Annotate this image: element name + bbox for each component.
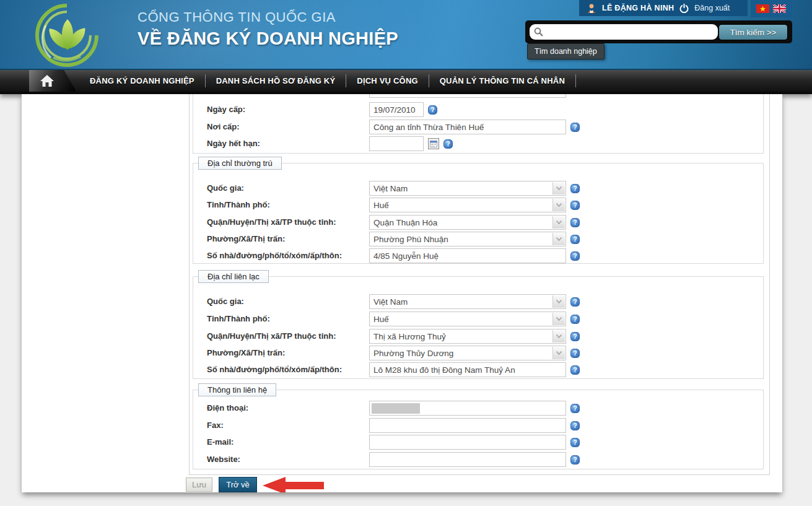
annotation-arrow-icon — [261, 476, 326, 492]
nav-item-quan-ly-thong-tin[interactable]: QUẢN LÝ THÔNG TIN CÁ NHÂN — [429, 76, 575, 85]
help-icon[interactable]: ? — [443, 139, 453, 149]
calendar-icon[interactable] — [428, 138, 439, 149]
form-row: Tỉnh/Thành phố: Huế ? — [193, 198, 763, 212]
website-input[interactable] — [369, 452, 566, 467]
help-icon[interactable]: ? — [570, 349, 580, 358]
site-title-line1: CỔNG THÔNG TIN QUỐC GIA — [138, 9, 398, 25]
form-row: Quốc gia: Việt Nam ? — [193, 294, 763, 309]
select-value: Việt Nam — [373, 297, 408, 307]
form-row: Số nhà/đường/phố/tổ/xóm/ấp/thôn: 4/85 Ng… — [193, 248, 763, 263]
fieldset-legend: Thông tin liên hệ — [198, 383, 276, 396]
fieldset-legend: Địa chỉ liên lạc — [198, 270, 269, 283]
ngay-het-han-input[interactable] — [369, 136, 424, 151]
chevron-down-icon — [552, 330, 565, 342]
quoc-gia-select[interactable]: Việt Nam — [369, 181, 566, 196]
quan-huyen-select[interactable]: Quận Thuận Hóa — [369, 215, 566, 230]
fieldset-legend: Địa chỉ thường trú — [198, 157, 282, 170]
field-label: Quận/Huyện/Thị xã/TP thuộc tỉnh: — [207, 331, 336, 341]
ngay-cap-input[interactable]: 19/07/2010 — [369, 102, 424, 117]
help-icon[interactable]: ? — [570, 235, 580, 244]
chevron-down-icon — [552, 295, 565, 308]
help-icon[interactable]: ? — [570, 297, 580, 307]
help-icon[interactable]: ? — [570, 421, 580, 430]
chevron-down-icon — [552, 313, 565, 325]
chevron-down-icon — [552, 347, 565, 359]
form-row: Số nhà/đường/phố/tổ/xóm/ấp/thôn: Lô M28 … — [193, 362, 763, 377]
select-value: Huế — [373, 315, 389, 324]
form-row: Phường/Xã/Thị trấn: Phường Phú Nhuận ? — [193, 232, 763, 246]
help-icon[interactable]: ? — [570, 251, 580, 261]
form-row: Nơi cấp: Công an tỉnh Thừa Thiên Huế ? — [193, 120, 763, 134]
field-label: Tỉnh/Thành phố: — [207, 314, 270, 323]
search-input[interactable] — [530, 24, 718, 40]
search-bar: Tìm kiếm >> — [525, 20, 792, 43]
fax-input[interactable] — [369, 418, 566, 433]
user-name[interactable]: LÊ ĐẶNG HÀ NINH — [602, 4, 674, 12]
form-row: E-mail: ? — [193, 435, 763, 450]
help-icon[interactable]: ? — [570, 123, 580, 132]
form-row: Điện thoại: ? — [193, 401, 763, 416]
uk-flag-icon[interactable] — [773, 4, 786, 13]
redaction-block — [372, 403, 420, 414]
back-button[interactable]: Trở về — [219, 477, 257, 492]
site-title-line2: VỀ ĐĂNG KÝ DOANH NGHIỆP — [138, 28, 398, 49]
nav-separator — [575, 74, 576, 87]
email-input[interactable] — [369, 435, 566, 450]
help-icon[interactable]: ? — [570, 404, 580, 413]
logout-link[interactable]: Đăng xuất — [694, 4, 730, 12]
home-icon — [40, 74, 55, 87]
nav-item-danh-sach-ho-so[interactable]: DANH SÁCH HỒ SƠ ĐĂNG KÝ — [206, 76, 346, 85]
field-label: Website: — [207, 455, 240, 464]
field-label: Quận/Huyện/Thị xã/TP thuộc tỉnh: — [207, 217, 336, 227]
noi-cap-input[interactable]: Công an tỉnh Thừa Thiên Huế — [369, 120, 566, 134]
chevron-down-icon — [552, 199, 565, 211]
field-label: Điện thoại: — [207, 403, 248, 412]
quan-huyen-select[interactable]: Thị xã Hương Thuỷ — [369, 329, 566, 344]
search-tooltip: Tìm doanh nghiệp — [527, 43, 605, 59]
site-title: CỔNG THÔNG TIN QUỐC GIA VỀ ĐĂNG KÝ DOANH… — [138, 9, 398, 49]
select-value: Quận Thuận Hóa — [373, 218, 437, 227]
phuong-xa-select[interactable]: Phường Phú Nhuận — [369, 232, 566, 246]
help-icon[interactable]: ? — [570, 218, 580, 227]
dien-thoai-input[interactable] — [369, 401, 566, 416]
field-label: Quốc gia: — [207, 297, 244, 306]
tinh-thanh-pho-select[interactable]: Huế — [369, 198, 566, 212]
help-icon[interactable]: ? — [570, 184, 580, 193]
help-icon[interactable]: ? — [570, 201, 580, 210]
form-row: Phường/Xã/Thị trấn: Phường Thủy Dương ? — [193, 346, 763, 360]
help-icon[interactable]: ? — [428, 105, 437, 115]
field-label: Tỉnh/Thành phố: — [207, 200, 270, 209]
field-label: Số nhà/đường/phố/tổ/xóm/ấp/thôn: — [207, 365, 342, 374]
help-icon[interactable]: ? — [570, 365, 580, 375]
field-label: Ngày hết hạn: — [207, 139, 260, 148]
nav-item-dang-ky-doanh-nghiep[interactable]: ĐĂNG KÝ DOANH NGHIỆP — [79, 76, 205, 85]
language-switcher — [751, 0, 792, 17]
form-row: Quận/Huyện/Thị xã/TP thuộc tỉnh: Quận Th… — [193, 215, 763, 230]
form-row: Ngày hết hạn: — [193, 136, 763, 151]
nav-item-dich-vu-cong[interactable]: DỊCH VỤ CÔNG — [346, 76, 428, 85]
nav-items: ĐĂNG KÝ DOANH NGHIỆP DANH SÁCH HỒ SƠ ĐĂN… — [79, 70, 576, 92]
tinh-thanh-pho-select[interactable]: Huế — [369, 312, 566, 326]
form-row: Quận/Huyện/Thị xã/TP thuộc tỉnh: Thị xã … — [193, 329, 763, 344]
truncated-input[interactable] — [369, 94, 566, 98]
user-bar: LÊ ĐẶNG HÀ NINH Đăng xuất — [579, 0, 748, 16]
form-row: Ngày cấp: 19/07/2010 ? — [193, 102, 763, 117]
help-icon[interactable]: ? — [570, 455, 580, 465]
quoc-gia-select[interactable]: Việt Nam — [369, 294, 566, 309]
field-label: E-mail: — [207, 437, 234, 447]
help-icon[interactable]: ? — [570, 332, 580, 341]
nav-home-tab[interactable] — [29, 70, 76, 92]
so-nha-input[interactable]: Lô M28 khu đô thị Đông Nam Thuỷ An — [369, 362, 566, 377]
form-panel: Ngày cấp: 19/07/2010 ? Nơi cấp: Công an … — [189, 94, 770, 475]
save-button[interactable]: Lưu — [186, 478, 212, 492]
search-button[interactable]: Tìm kiếm >> — [718, 24, 788, 40]
vietnam-flag-icon[interactable] — [756, 4, 769, 13]
field-label: Số nhà/đường/phố/tổ/xóm/ấp/thôn: — [207, 251, 342, 260]
so-nha-input[interactable]: 4/85 Nguyễn Huệ — [369, 248, 566, 263]
help-icon[interactable]: ? — [570, 438, 580, 447]
select-value: Phường Phú Nhuận — [373, 235, 448, 244]
help-icon[interactable]: ? — [570, 315, 580, 324]
power-icon[interactable] — [679, 4, 689, 13]
select-value: Thị xã Hương Thuỷ — [373, 332, 446, 341]
phuong-xa-select[interactable]: Phường Thủy Dương — [369, 346, 566, 360]
